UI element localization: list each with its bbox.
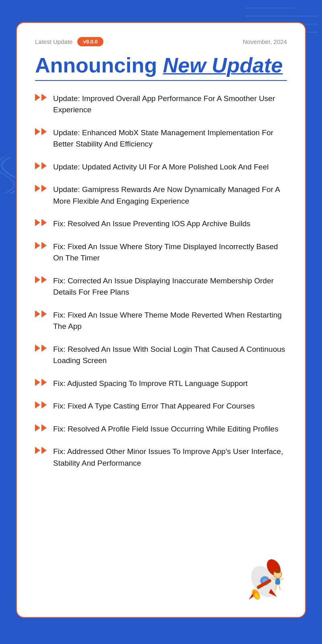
page-title: Announcing New Update: [35, 54, 287, 81]
update-item-text: Fix: Fixed A Type Casting Error That App…: [53, 400, 255, 412]
chevron-right-icon: [35, 379, 40, 386]
double-chevron-icon: [35, 185, 47, 192]
chevron-right-icon: [35, 401, 40, 409]
chevron-right-icon: [35, 219, 40, 226]
update-item-text: Fix: Adjusted Spacing To Improve RTL Lan…: [53, 378, 248, 390]
title-prefix: Announcing: [35, 54, 163, 77]
chevron-right-icon: [41, 379, 47, 386]
title-highlight: New Update: [163, 54, 283, 77]
update-item: Fix: Fixed An Issue Where Story Time Dis…: [35, 241, 287, 264]
update-item: Update: Updated Activity UI For A More P…: [35, 161, 287, 173]
update-item: Fix: Resolved A Profile Field Issue Occu…: [35, 423, 287, 435]
svg-line-17: [280, 578, 283, 580]
main-card: Latest Update v9.0.0 November, 2024 Anno…: [16, 22, 306, 618]
latest-update-label: Latest Update: [35, 38, 72, 45]
chevron-right-icon: [35, 276, 40, 283]
chevron-right-icon: [41, 185, 47, 192]
chevron-right-icon: [35, 310, 40, 318]
update-item: Fix: Resolved An Issue Preventing IOS Ap…: [35, 218, 287, 230]
update-item-text: Update: Improved Overall App Performance…: [53, 93, 287, 116]
version-badge: v9.0.0: [77, 37, 103, 46]
card-header: Latest Update v9.0.0 November, 2024: [35, 37, 287, 46]
update-item: Update: Enhanced MobX State Management I…: [35, 127, 287, 150]
update-item-text: Fix: Fixed An Issue Where Story Time Dis…: [53, 241, 287, 264]
update-item-text: Fix: Resolved A Profile Field Issue Occu…: [53, 423, 279, 435]
svg-point-14: [275, 570, 281, 573]
chevron-right-icon: [41, 424, 47, 431]
update-item-text: Fix: Resolved An Issue Preventing IOS Ap…: [53, 218, 250, 230]
update-item: Fix: Adjusted Spacing To Improve RTL Lan…: [35, 378, 287, 390]
double-chevron-icon: [35, 162, 47, 169]
update-item-text: Update: Gamipress Rewards Are Now Dynami…: [53, 184, 287, 207]
chevron-right-icon: [35, 242, 40, 249]
update-item: Fix: Addressed Other Minor Issues To Imp…: [35, 446, 287, 469]
update-item: Fix: Fixed An Issue Where Theme Mode Rev…: [35, 310, 287, 332]
update-item-text: Fix: Resolved An Issue With Social Login…: [53, 344, 287, 367]
chevron-right-icon: [41, 447, 47, 454]
svg-rect-15: [275, 578, 280, 585]
update-item-text: Fix: Corrected An Issue Displaying Inacc…: [53, 275, 287, 298]
chevron-right-icon: [41, 162, 47, 169]
update-item: Update: Gamipress Rewards Are Now Dynami…: [35, 184, 287, 207]
double-chevron-icon: [35, 447, 47, 454]
chevron-right-icon: [41, 345, 47, 352]
update-item-text: Update: Updated Activity UI For A More P…: [53, 161, 268, 173]
bg-decoration-wave-left: [0, 153, 15, 197]
update-list: Update: Improved Overall App Performance…: [35, 93, 287, 469]
update-item-text: Fix: Fixed An Issue Where Theme Mode Rev…: [53, 310, 287, 332]
svg-line-19: [279, 585, 280, 590]
update-item: Update: Improved Overall App Performance…: [35, 93, 287, 116]
chevron-right-icon: [35, 128, 40, 135]
update-item-text: Update: Enhanced MobX State Management I…: [53, 127, 287, 150]
update-item-text: Fix: Addressed Other Minor Issues To Imp…: [53, 446, 287, 469]
rocket-illustration: [229, 545, 293, 610]
chevron-right-icon: [41, 128, 47, 135]
double-chevron-icon: [35, 345, 47, 352]
double-chevron-icon: [35, 242, 47, 249]
update-item: Fix: Resolved An Issue With Social Login…: [35, 344, 287, 367]
chevron-right-icon: [41, 242, 47, 249]
update-item: Fix: Fixed A Type Casting Error That App…: [35, 400, 287, 412]
chevron-right-icon: [41, 310, 47, 318]
chevron-right-icon: [41, 276, 47, 283]
double-chevron-icon: [35, 424, 47, 431]
chevron-right-icon: [35, 345, 40, 352]
double-chevron-icon: [35, 128, 47, 135]
chevron-right-icon: [35, 185, 40, 192]
chevron-right-icon: [41, 219, 47, 226]
chevron-right-icon: [41, 94, 47, 101]
double-chevron-icon: [35, 276, 47, 283]
double-chevron-icon: [35, 379, 47, 386]
date-label: November, 2024: [243, 38, 287, 45]
chevron-right-icon: [35, 424, 40, 431]
double-chevron-icon: [35, 219, 47, 226]
double-chevron-icon: [35, 401, 47, 409]
double-chevron-icon: [35, 94, 47, 101]
chevron-right-icon: [35, 447, 40, 454]
update-item: Fix: Corrected An Issue Displaying Inacc…: [35, 275, 287, 298]
chevron-right-icon: [35, 94, 40, 101]
chevron-right-icon: [41, 401, 47, 409]
double-chevron-icon: [35, 310, 47, 318]
header-left: Latest Update v9.0.0: [35, 37, 103, 46]
chevron-right-icon: [35, 162, 40, 169]
